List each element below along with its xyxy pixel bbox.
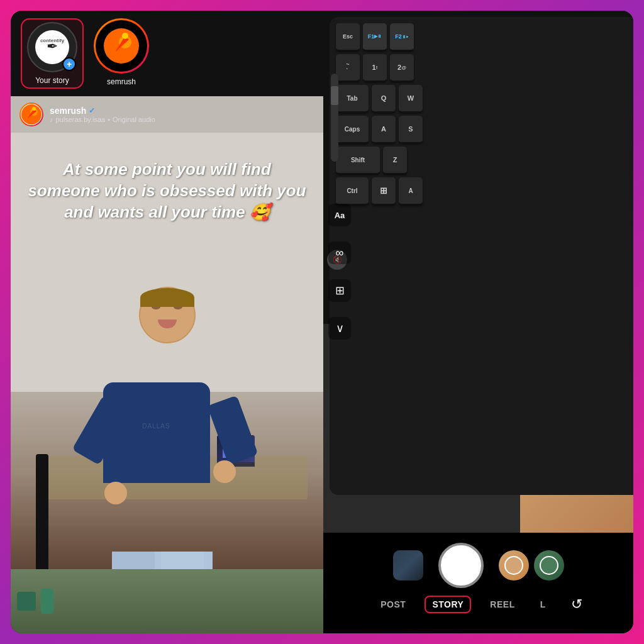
key-row-asdf: Caps A S — [336, 116, 633, 143]
key-ctrl: Ctrl — [336, 177, 369, 205]
add-story-badge[interactable]: + — [62, 57, 76, 71]
key-tab: Tab — [336, 85, 369, 113]
post-username: semrush ✓ — [50, 106, 314, 116]
flip-camera-button[interactable]: ↺ — [571, 596, 582, 613]
verified-badge: ✓ — [89, 106, 95, 115]
text-tool-button[interactable]: Aa — [328, 204, 351, 226]
post-content-area: semrush ✓ ♪ pulseras.by.isaa • Original … — [11, 96, 323, 633]
semrush-story-item[interactable]: semrush — [94, 18, 149, 89]
right-panel: Esc F1▶⏸ F2⏸▶ ~` 1! 2@ Tab Q W — [323, 11, 633, 633]
key-tilde: ~` — [336, 54, 360, 82]
stories-row: ✒ contentify + Your story — [11, 11, 323, 96]
person-head — [139, 287, 196, 343]
link-tool-button[interactable]: ∞ — [328, 242, 351, 264]
keyboard-body: Esc F1▶⏸ F2⏸▶ ~` 1! 2@ Tab Q W — [330, 17, 633, 495]
recent-photo-1[interactable] — [499, 550, 529, 580]
mouth — [158, 319, 177, 328]
key-q: Q — [372, 85, 396, 113]
key-f1: F1▶⏸ — [363, 23, 387, 51]
layout-tool-button[interactable]: ⊞ — [328, 279, 351, 302]
gallery-thumb-preview — [393, 550, 423, 580]
post-avatar-icon — [21, 104, 42, 125]
bottom-controls: POST STORY REEL L ↺ — [323, 533, 633, 633]
post-avatar-ring — [19, 103, 43, 126]
overlay-text-content: At some point you will find someone who … — [26, 159, 308, 223]
key-alt: A — [399, 177, 423, 205]
svg-point-5 — [122, 33, 128, 39]
key-shift: Shift — [336, 147, 380, 174]
recent-photos — [499, 550, 564, 580]
chevron-down-icon: ∨ — [336, 321, 344, 335]
key-a: A — [372, 116, 396, 143]
chair-back — [36, 454, 48, 580]
floor — [11, 569, 323, 633]
left-hand — [104, 482, 127, 504]
key-2: 2@ — [390, 54, 414, 82]
key-s: S — [399, 116, 423, 143]
capture-button[interactable] — [438, 543, 484, 588]
semrush-logo-icon — [103, 27, 140, 65]
key-row-top: Esc F1▶⏸ F2⏸▶ — [336, 23, 633, 51]
semrush-story-avatar — [96, 20, 147, 72]
keyboard-photo-area: Esc F1▶⏸ F2⏸▶ ~` 1! 2@ Tab Q W — [323, 11, 633, 533]
key-w: W — [399, 85, 423, 113]
key-z: Z — [383, 147, 407, 174]
key-caps: Caps — [336, 116, 369, 143]
key-f2: F2⏸▶ — [390, 23, 414, 51]
semrush-story-label: semrush — [107, 77, 136, 86]
key-row-zxcv: Shift Z — [336, 147, 633, 174]
recent-photo-2[interactable] — [534, 550, 564, 580]
post-info: semrush ✓ ♪ pulseras.by.isaa • Original … — [50, 106, 314, 123]
left-panel: ✒ contentify + Your story — [11, 11, 323, 633]
svg-point-8 — [32, 107, 36, 111]
gallery-thumbnail[interactable] — [393, 550, 423, 580]
hair — [140, 288, 194, 307]
tab-live[interactable]: L — [534, 597, 552, 612]
text-tool-icon: Aa — [335, 211, 345, 220]
your-story-avatar-wrapper: ✒ contentify + — [27, 22, 77, 72]
key-win: ⊞ — [372, 177, 396, 205]
semrush-story-ring — [94, 18, 149, 74]
right-hand — [213, 460, 236, 483]
side-toolbar: Aa ∞ ⊞ ∨ — [328, 204, 351, 340]
post-overlay-text: At some point you will find someone who … — [11, 147, 323, 235]
key-esc: Esc — [336, 23, 360, 51]
key-row-bottom: Ctrl ⊞ A — [336, 177, 633, 205]
key-row-numbers: ~` 1! 2@ — [336, 54, 633, 82]
key-row-qwerty: Tab Q W — [336, 85, 633, 113]
chevron-down-button[interactable]: ∨ — [328, 317, 351, 340]
wall — [11, 96, 323, 392]
tab-post[interactable]: POST — [374, 597, 412, 612]
volume-thumb — [331, 86, 338, 105]
person-body: DALLAS — [103, 382, 210, 483]
svg-text:contentify: contentify — [40, 38, 65, 43]
post-header: semrush ✓ ♪ pulseras.by.isaa • Original … — [11, 96, 323, 133]
key-1: 1! — [363, 54, 387, 82]
your-story-item[interactable]: ✒ contentify + Your story — [21, 18, 84, 89]
post-audio-info: ♪ pulseras.by.isaa • Original audio — [50, 116, 314, 123]
capture-row — [323, 543, 633, 588]
your-story-label: Your story — [35, 76, 69, 85]
post-avatar — [21, 104, 42, 125]
tab-story[interactable]: STORY — [425, 596, 471, 613]
volume-slider[interactable] — [331, 74, 338, 162]
layout-icon: ⊞ — [335, 284, 345, 297]
main-frame: ✒ contentify + Your story — [11, 11, 633, 633]
tab-reel[interactable]: REEL — [484, 597, 521, 612]
mode-tabs: POST STORY REEL L ↺ — [374, 596, 582, 613]
link-icon: ∞ — [336, 247, 344, 260]
